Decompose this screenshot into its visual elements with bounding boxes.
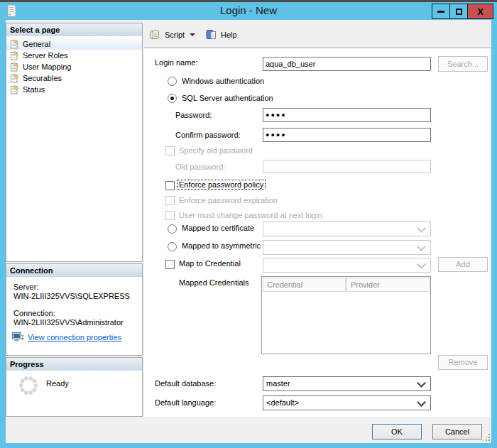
sidebar-item-server-roles[interactable]: Server Roles — [6, 50, 142, 61]
default-database-value: master — [266, 379, 290, 388]
page-icon — [10, 73, 19, 83]
add-button: Add — [438, 257, 488, 272]
chevron-down-icon — [190, 33, 195, 36]
specify-old-password-checkbox — [165, 146, 175, 155]
sidebar-item-securables[interactable]: Securables — [6, 72, 142, 84]
close-button[interactable]: X — [467, 4, 493, 19]
server-value: WIN-2LIII325VVS\SQLEXPRESS — [13, 292, 130, 300]
chevron-down-icon — [417, 242, 426, 251]
titlebar[interactable]: Login - New X — [0, 2, 497, 20]
page-icon — [10, 50, 19, 60]
windows-authentication-radio[interactable] — [168, 77, 177, 86]
script-button[interactable]: Script — [148, 28, 185, 41]
default-database-combobox[interactable]: master — [263, 376, 431, 391]
server-label: Server: — [13, 283, 38, 291]
table-header-credential: Credential — [263, 278, 346, 292]
select-page-panel: Select a page General — [6, 23, 143, 262]
old-password-input — [263, 160, 431, 173]
select-page-header: Select a page — [6, 23, 142, 36]
minimize-icon — [437, 11, 444, 13]
must-change-password-label: User must change password at next login — [179, 211, 322, 219]
sidebar-item-status[interactable]: Status — [6, 84, 142, 95]
sql-server-authentication-radio[interactable] — [168, 94, 177, 103]
mapped-credentials-label: Mapped Credentials — [179, 278, 248, 287]
login-new-dialog: Login - New X Select a page — [0, 0, 497, 448]
progress-header: Progress — [6, 358, 142, 371]
help-button[interactable]: Help — [205, 28, 237, 40]
password-label: Password: — [175, 111, 212, 119]
credential-combobox — [263, 258, 431, 273]
connection-properties-icon — [12, 332, 25, 343]
mapped-to-asymmetric-key-label: Mapped to asymmetric key — [182, 241, 275, 250]
must-change-password-checkbox — [165, 211, 175, 220]
help-label: Help — [221, 31, 237, 39]
enforce-password-policy-label: Enforce password policy — [177, 180, 266, 190]
toolbar: Script Help — [144, 23, 491, 48]
map-to-credential-label: Map to Credential — [179, 259, 241, 268]
enforce-password-expiration-label: Enforce password expiration — [179, 196, 278, 204]
specify-old-password-label: Specify old password — [179, 146, 253, 155]
windows-authentication-label: Windows authentication — [182, 77, 264, 85]
sidebar-item-label: General — [23, 40, 50, 48]
ok-button[interactable]: OK — [372, 424, 422, 439]
sidebar-item-label: Status — [23, 85, 45, 94]
connection-header: Connection — [6, 264, 142, 277]
help-icon — [205, 28, 217, 40]
connection-panel: Connection Server: WIN-2LIII325VVS\SQLEX… — [6, 263, 143, 356]
view-connection-properties-link[interactable]: View connection properties — [28, 333, 121, 342]
login-name-label: Login name: — [155, 58, 198, 67]
sidebar-item-general[interactable]: General — [6, 38, 142, 50]
page-icon — [10, 84, 19, 94]
chevron-down-icon — [417, 260, 426, 269]
remove-button: Remove — [438, 355, 488, 370]
spinner-icon — [18, 375, 39, 396]
dialog-body: Select a page General — [6, 20, 491, 443]
default-language-value: <default> — [266, 398, 299, 407]
script-dropdown-button[interactable] — [190, 33, 195, 36]
mapped-credentials-table: Credential Provider — [261, 276, 431, 354]
cancel-button[interactable]: Cancel — [432, 424, 482, 439]
default-language-combobox[interactable]: <default> — [263, 395, 431, 410]
sidebar-item-label: User Mapping — [23, 62, 71, 71]
maximize-icon — [456, 9, 462, 15]
mapped-to-certificate-radio[interactable] — [168, 224, 177, 234]
mapped-to-certificate-label: Mapped to certificate — [182, 224, 254, 232]
dialog-footer: OK Cancel — [6, 417, 491, 443]
maximize-button[interactable] — [449, 4, 468, 19]
mapped-to-asymmetric-key-radio[interactable] — [168, 242, 177, 251]
default-database-label: Default database: — [155, 379, 216, 388]
progress-panel: Progress Ready — [6, 357, 143, 417]
script-icon — [148, 28, 161, 41]
progress-status: Ready — [46, 379, 69, 388]
login-name-input[interactable] — [263, 57, 431, 71]
certificate-combobox — [263, 222, 431, 236]
sidebar-item-label: Securables — [23, 74, 62, 82]
confirm-password-input[interactable] — [263, 128, 431, 142]
asymmetric-key-combobox — [263, 240, 431, 255]
enforce-password-expiration-checkbox — [165, 196, 175, 205]
old-password-label: Old password: — [175, 163, 225, 171]
page-icon — [10, 62, 19, 72]
connection-label: Connection: — [13, 309, 55, 317]
script-label: Script — [165, 31, 185, 39]
resize-grip[interactable] — [483, 434, 490, 441]
close-icon: X — [477, 6, 484, 17]
page-icon — [10, 39, 19, 49]
confirm-password-label: Confirm password: — [175, 131, 241, 139]
password-input[interactable] — [263, 108, 431, 122]
minimize-button[interactable] — [432, 4, 450, 19]
connection-value: WIN-2LIII325VVS\Administrator — [13, 318, 124, 327]
sidebar-item-label: Server Roles — [23, 51, 68, 60]
chevron-down-icon — [417, 398, 426, 407]
chevron-down-icon — [417, 224, 426, 233]
general-page-form: Login name: Search... Windows authentica… — [144, 48, 491, 417]
chevron-down-icon — [417, 378, 426, 388]
window-title: Login - New — [0, 4, 497, 16]
sidebar-item-user-mapping[interactable]: User Mapping — [6, 61, 142, 72]
table-header-provider: Provider — [346, 278, 430, 292]
default-language-label: Default language: — [155, 398, 216, 407]
map-to-credential-checkbox[interactable] — [165, 260, 175, 269]
enforce-password-policy-checkbox[interactable] — [165, 181, 175, 190]
sql-server-authentication-label: SQL Server authentication — [182, 94, 273, 102]
search-button: Search... — [438, 56, 488, 72]
